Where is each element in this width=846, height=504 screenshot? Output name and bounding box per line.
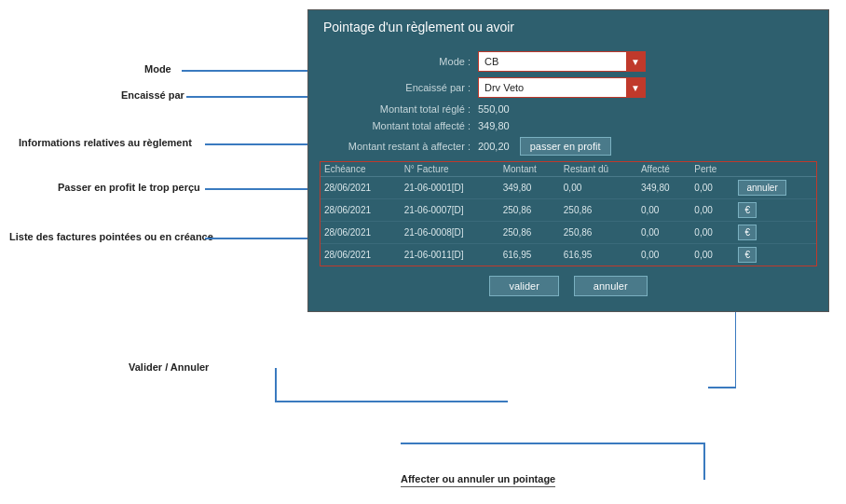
valider-line-v xyxy=(275,368,277,401)
annuler-row-button[interactable]: annuler xyxy=(738,180,785,196)
montant-regle-label: Montant total réglé : xyxy=(320,103,478,115)
mode-dropdown[interactable]: CB ▼ xyxy=(478,51,646,72)
bottom-annotation: Affecter ou annuler un pointage xyxy=(401,473,555,487)
cell-montant: 349,80 xyxy=(499,177,560,199)
euro-row-button[interactable]: € xyxy=(738,202,757,218)
annuler-button[interactable]: annuler xyxy=(574,276,648,296)
encaisse-annotation: Encaissé par xyxy=(121,89,184,101)
euro-row-button[interactable]: € xyxy=(738,247,757,263)
encaisse-dropdown-arrow[interactable]: ▼ xyxy=(626,78,645,97)
valider-annuler-annotation: Valider / Annuler xyxy=(129,361,209,373)
mode-line-h xyxy=(182,70,312,72)
cell-perte: 0,00 xyxy=(690,222,734,244)
encaisse-field-row: Encaissé par : Drv Veto ▼ xyxy=(320,77,817,98)
euro-row-button[interactable]: € xyxy=(738,225,757,240)
montant-restant-row: Montant restant à affecter : 200,20 pass… xyxy=(320,137,817,156)
cell-restant: 250,86 xyxy=(560,222,637,244)
cell-restant: 0,00 xyxy=(560,177,637,199)
bottom-h-line xyxy=(401,443,703,444)
bottom-v-line xyxy=(703,443,705,480)
cell-perte: 0,00 xyxy=(690,244,734,266)
cell-affecte: 0,00 xyxy=(637,199,690,222)
cell-action: € xyxy=(734,222,816,244)
cell-perte: 0,00 xyxy=(690,199,734,222)
montant-regle-value: 550,00 xyxy=(478,103,817,115)
cell-facture: 21-06-0008[D] xyxy=(401,222,499,244)
valider-button[interactable]: valider xyxy=(489,276,558,296)
cell-action: annuler xyxy=(734,177,816,199)
col-affecte: Affecté xyxy=(637,162,690,177)
cell-echeance: 28/06/2021 xyxy=(321,177,401,199)
valider-line-h xyxy=(275,401,508,402)
cell-facture: 21-06-0007[D] xyxy=(401,199,499,222)
cell-action: € xyxy=(734,199,816,222)
montant-restant-value: 200,20 passer en profit xyxy=(478,137,817,156)
cell-affecte: 0,00 xyxy=(637,222,690,244)
profit-line-h xyxy=(205,188,312,190)
info-line-h xyxy=(205,143,312,145)
invoice-tbody: 28/06/202121-06-0001[D]349,800,00349,800… xyxy=(321,177,816,266)
liste-factures-annotation: Liste des factures pointées ou en créanc… xyxy=(9,231,213,242)
mode-dropdown-value: CB xyxy=(479,56,626,67)
liste-line-h xyxy=(205,238,312,239)
cell-montant: 616,95 xyxy=(499,244,560,266)
table-row: 28/06/202121-06-0008[D]250,86250,860,000… xyxy=(321,222,816,244)
montant-restant-label: Montant restant à affecter : xyxy=(320,141,478,152)
encaisse-dropdown[interactable]: Drv Veto ▼ xyxy=(478,77,646,98)
cell-restant: 616,95 xyxy=(560,244,637,266)
cell-affecte: 0,00 xyxy=(637,244,690,266)
table-row: 28/06/202121-06-0011[D]616,95616,950,000… xyxy=(321,244,816,266)
right-line-h-bottom xyxy=(708,387,736,388)
mode-annotation: Mode xyxy=(144,63,171,75)
invoice-table: Echéance N° Facture Montant Restant dû A… xyxy=(321,162,816,266)
encaisse-dropdown-value: Drv Veto xyxy=(479,82,626,93)
passer-profit-button[interactable]: passer en profit xyxy=(520,137,611,156)
cell-montant: 250,86 xyxy=(499,222,560,244)
dialog: Pointage d'un règlement ou avoir Mode : … xyxy=(307,9,829,312)
col-restant: Restant dû xyxy=(560,162,637,177)
footer-buttons: valider annuler xyxy=(320,276,817,300)
cell-restant: 250,86 xyxy=(560,199,637,222)
encaisse-field-label: Encaissé par : xyxy=(320,82,478,93)
mode-field-row: Mode : CB ▼ xyxy=(320,51,817,72)
table-header-row: Echéance N° Facture Montant Restant dû A… xyxy=(321,162,816,177)
cell-perte: 0,00 xyxy=(690,177,734,199)
informations-annotation: Informations relatives au règlement xyxy=(19,137,192,148)
montant-regle-row: Montant total réglé : 550,00 xyxy=(320,103,817,115)
col-montant: Montant xyxy=(499,162,560,177)
mode-dropdown-arrow[interactable]: ▼ xyxy=(626,52,645,71)
cell-action: € xyxy=(734,244,816,266)
montant-affecte-row: Montant total affecté : 349,80 xyxy=(320,120,817,131)
mode-field-label: Mode : xyxy=(320,56,478,67)
cell-montant: 250,86 xyxy=(499,199,560,222)
cell-echeance: 28/06/2021 xyxy=(321,222,401,244)
col-echeance: Echéance xyxy=(321,162,401,177)
cell-echeance: 28/06/2021 xyxy=(321,199,401,222)
montant-affecte-label: Montant total affecté : xyxy=(320,120,478,131)
table-row: 28/06/202121-06-0007[D]250,86250,860,000… xyxy=(321,199,816,222)
col-perte: Perte xyxy=(690,162,734,177)
cell-affecte: 349,80 xyxy=(637,177,690,199)
dialog-body: Mode : CB ▼ Encaissé par : Drv Veto ▼ Mo… xyxy=(308,42,828,311)
dialog-title: Pointage d'un règlement ou avoir xyxy=(308,10,828,42)
cell-facture: 21-06-0011[D] xyxy=(401,244,499,266)
montant-affecte-value: 349,80 xyxy=(478,120,817,131)
encaisse-line-h xyxy=(186,96,312,98)
col-facture: N° Facture xyxy=(401,162,499,177)
cell-facture: 21-06-0001[D] xyxy=(401,177,499,199)
cell-echeance: 28/06/2021 xyxy=(321,244,401,266)
invoice-table-wrapper: Echéance N° Facture Montant Restant dû A… xyxy=(320,161,817,266)
passer-profit-annotation: Passer en profit le trop perçu xyxy=(58,182,200,193)
col-action xyxy=(734,162,816,177)
table-row: 28/06/202121-06-0001[D]349,800,00349,800… xyxy=(321,177,816,199)
